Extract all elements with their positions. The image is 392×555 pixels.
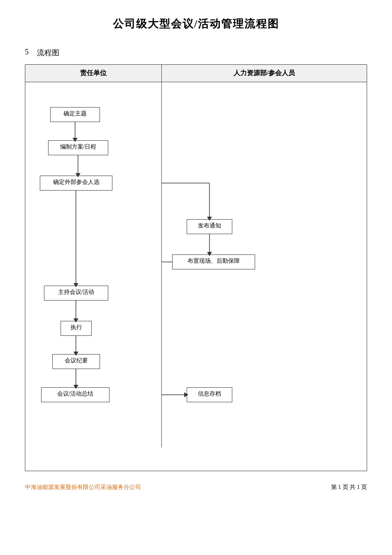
right-column: 发布通知 布置现场、后勤保障 信息存档: [162, 82, 367, 447]
box-confirm-attendees: 确定外部参会人选: [40, 176, 112, 191]
footer-company: 中海油能源发展股份有限公司采油服务分公司: [25, 484, 141, 491]
box-summary: 会议/活动总结: [41, 387, 110, 402]
box-execute: 执行: [61, 321, 92, 336]
box-archive: 信息存档: [187, 387, 232, 402]
section-number: 5: [25, 48, 29, 58]
col-left-header: 责任单位: [25, 65, 162, 82]
box-notify: 发布通知: [187, 219, 232, 234]
box-compile-plan: 编制方案/日程: [48, 140, 108, 155]
left-column: 确定主题 编制方案/日程 确定外部参会人选 主持会议/活动 执行 会议纪要 会议…: [25, 82, 162, 447]
box-setup: 布置现场、后勤保障: [172, 254, 255, 269]
box-host-meeting: 主持会议/活动: [44, 286, 108, 301]
footer: 中海油能源发展股份有限公司采油服务分公司 第 1 页 共 1 页: [25, 484, 367, 491]
page-title: 公司级大型会议/活动管理流程图: [25, 17, 367, 31]
box-confirm-theme: 确定主题: [50, 107, 100, 122]
section-label: 流程图: [37, 48, 59, 58]
flowchart-container: 责任单位 人力资源部/参会人员 确定主题 编制方案/日程 确定外部参会人选 主持…: [25, 64, 367, 471]
footer-page: 第 1 页 共 1 页: [331, 484, 368, 491]
col-right-header: 人力资源部/参会人员: [162, 65, 367, 82]
box-minutes: 会议纪要: [52, 354, 100, 369]
